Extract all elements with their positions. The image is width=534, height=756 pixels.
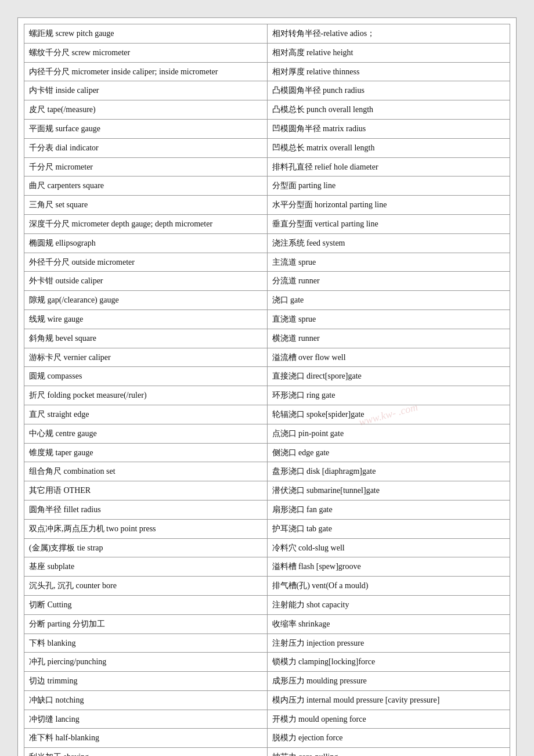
left-cell: 外径千分尺 outside micrometer: [24, 253, 268, 272]
left-cell: 组合角尺 combination set: [24, 462, 268, 481]
left-cell: 三角尺 set square: [24, 196, 268, 215]
left-cell: 准下料 half-blanking: [24, 729, 268, 748]
right-cell: 相对转角半径-relative adios；: [267, 24, 510, 44]
right-cell: 水平分型面 horizontal parting line: [267, 196, 510, 215]
right-cell: 分型面 parting line: [267, 177, 510, 196]
right-cell: 冷料穴 cold-slug well: [267, 538, 510, 557]
left-cell: 圆角半径 fillet radius: [24, 500, 268, 519]
left-cell: 其它用语 OTHER: [24, 481, 268, 501]
right-cell: 潜伏浇口 submarine[tunnel]gate: [267, 481, 510, 501]
main-table: 螺距规 screw pitch gauge相对转角半径-relative adi…: [24, 24, 510, 756]
right-cell: 横浇道 runner: [267, 329, 510, 348]
right-cell: 排料孔直径 relief hole diameter: [267, 157, 510, 177]
right-cell: 成形压力 moulding pressure: [267, 672, 510, 691]
left-cell: 线规 wire gauge: [24, 309, 268, 329]
left-cell: 沉头孔, 沉孔 counter bore: [24, 577, 268, 596]
right-cell: 溢料槽 flash [spew]groove: [267, 557, 510, 577]
left-cell: 椭圆规 ellipsograph: [24, 233, 268, 253]
left-cell: 冲切缝 lancing: [24, 710, 268, 729]
left-cell: 螺距规 screw pitch gauge: [24, 24, 268, 44]
right-cell: 凹模圆角半径 matrix radius: [267, 119, 510, 138]
right-cell: 凸模圆角半径 punch radius: [267, 81, 510, 100]
left-cell: 皮尺 tape(/measure): [24, 100, 268, 120]
right-cell: 注射压力 injection pressure: [267, 633, 510, 653]
left-cell: 螺纹千分尺 screw micrometer: [24, 43, 268, 62]
left-cell: 冲孔 piercing/punching: [24, 653, 268, 672]
right-cell: 相对高度 relative height: [267, 43, 510, 62]
left-cell: 刮光加工 shaving: [24, 748, 268, 756]
left-cell: 深度千分尺 micrometer depth gauge; depth micr…: [24, 214, 268, 233]
left-cell: 直尺 straight edge: [24, 405, 268, 424]
page-container: 螺距规 screw pitch gauge相对转角半径-relative adi…: [17, 17, 517, 756]
right-cell: 溢流槽 over flow well: [267, 348, 510, 367]
left-cell: 折尺 folding pocket measure(/ruler): [24, 386, 268, 405]
right-cell: 抽芯力 core-pulling: [267, 748, 510, 756]
right-cell: 浇注系统 feed system: [267, 233, 510, 253]
right-cell: 扇形浇口 fan gate: [267, 500, 510, 519]
right-cell: 锁模力 clamping[locking]force: [267, 653, 510, 672]
left-cell: 内卡钳 inside caliper: [24, 81, 268, 100]
left-cell: 分断 parting 分切加工: [24, 614, 268, 633]
left-cell: 曲尺 carpenters square: [24, 177, 268, 196]
left-cell: 双点冲床,两点压力机 two point press: [24, 519, 268, 538]
left-cell: 千分尺 micrometer: [24, 157, 268, 177]
right-cell: 盘形浇口 disk [diaphragm]gate: [267, 462, 510, 481]
right-cell: 注射能力 shot capacity: [267, 595, 510, 614]
right-cell: 模内压力 internal mould pressure [cavity pre…: [267, 690, 510, 710]
left-cell: 锥度规 taper gauge: [24, 443, 268, 462]
left-cell: 切断 Cutting: [24, 595, 268, 614]
right-cell: 直接浇口 direct[spore]gate: [267, 367, 510, 386]
right-cell: 凹模总长 matrix overall length: [267, 138, 510, 157]
right-cell: 点浇口 pin-point gate: [267, 424, 510, 443]
left-cell: 内径千分尺 micrometer inside caliper; inside …: [24, 62, 268, 81]
right-cell: 开模力 mould opening force: [267, 710, 510, 729]
right-cell: 垂直分型面 vertical parting line: [267, 214, 510, 233]
right-cell: 凸模总长 punch overall length: [267, 100, 510, 120]
left-cell: 中心规 centre gauge: [24, 424, 268, 443]
left-cell: (金属)支撑板 tie strap: [24, 538, 268, 557]
left-cell: 平面规 surface gauge: [24, 119, 268, 138]
left-cell: 千分表 dial indicator: [24, 138, 268, 157]
left-cell: 外卡钳 outside caliper: [24, 272, 268, 291]
left-cell: 圆规 compasses: [24, 367, 268, 386]
right-cell: 浇口 gate: [267, 291, 510, 310]
left-cell: 基座 subplate: [24, 557, 268, 577]
right-cell: 直浇道 sprue: [267, 309, 510, 329]
left-cell: 冲缺口 notching: [24, 690, 268, 710]
right-cell: 环形浇口 ring gate: [267, 386, 510, 405]
right-cell: 侧浇口 edge gate: [267, 443, 510, 462]
right-cell: 护耳浇口 tab gate: [267, 519, 510, 538]
left-cell: 游标卡尺 vernier caliper: [24, 348, 268, 367]
left-cell: 隙规 gap(/clearance) gauge: [24, 291, 268, 310]
right-cell: 排气槽(孔) vent(Of a mould): [267, 577, 510, 596]
right-cell: 相对厚度 relative thinness: [267, 62, 510, 81]
right-cell: 收缩率 shrinkage: [267, 614, 510, 633]
left-cell: 斜角规 bevel square: [24, 329, 268, 348]
right-cell: 轮辐浇口 spoke[spider]gatewww.kw- .com: [267, 405, 510, 424]
right-cell: 分流道 runner: [267, 272, 510, 291]
right-cell: 主流道 sprue: [267, 253, 510, 272]
left-cell: 切边 trimming: [24, 672, 268, 691]
right-cell: 脱模力 ejection force: [267, 729, 510, 748]
left-cell: 下料 blanking: [24, 633, 268, 653]
